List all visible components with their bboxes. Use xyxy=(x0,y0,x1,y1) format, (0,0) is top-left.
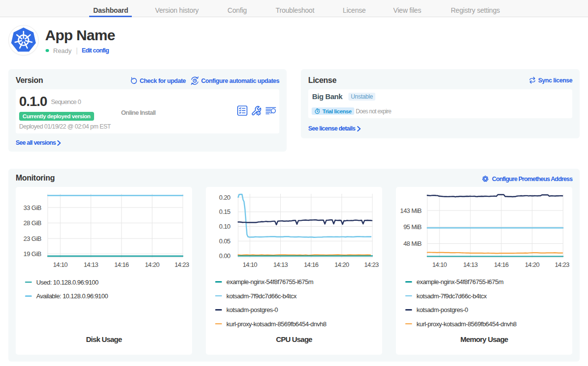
svg-text:14:16: 14:16 xyxy=(304,261,318,268)
svg-text:143 MiB: 143 MiB xyxy=(400,207,422,214)
svg-text:14:10: 14:10 xyxy=(243,261,257,268)
svg-text:14:23: 14:23 xyxy=(364,261,379,268)
svg-text:95 MiB: 95 MiB xyxy=(403,223,421,231)
svg-text:14:13: 14:13 xyxy=(273,261,288,268)
svg-text:33 GiB: 33 GiB xyxy=(24,204,41,211)
svg-text:14:16: 14:16 xyxy=(114,261,129,268)
svg-text:0.15: 0.15 xyxy=(219,208,230,215)
svg-text:14:10: 14:10 xyxy=(432,261,447,268)
svg-text:23 GiB: 23 GiB xyxy=(24,235,41,242)
svg-text:14:16: 14:16 xyxy=(494,261,509,268)
svg-text:14:23: 14:23 xyxy=(555,261,569,268)
svg-text:48 MiB: 48 MiB xyxy=(403,240,421,247)
svg-text:19 GiB: 19 GiB xyxy=(24,250,41,258)
svg-text:28 GiB: 28 GiB xyxy=(24,219,41,227)
svg-text:14:23: 14:23 xyxy=(174,261,189,268)
svg-text:14:20: 14:20 xyxy=(145,261,160,268)
svg-text:14:20: 14:20 xyxy=(525,261,539,268)
svg-text:14:20: 14:20 xyxy=(335,261,349,268)
svg-text:0.20: 0.20 xyxy=(219,194,230,201)
svg-text:14:13: 14:13 xyxy=(463,261,478,268)
svg-text:14:13: 14:13 xyxy=(84,261,98,268)
svg-text:0.05: 0.05 xyxy=(219,237,230,245)
svg-text:0.10: 0.10 xyxy=(219,223,230,230)
svg-text:14:10: 14:10 xyxy=(53,261,68,268)
svg-text:0.00: 0.00 xyxy=(219,252,230,260)
